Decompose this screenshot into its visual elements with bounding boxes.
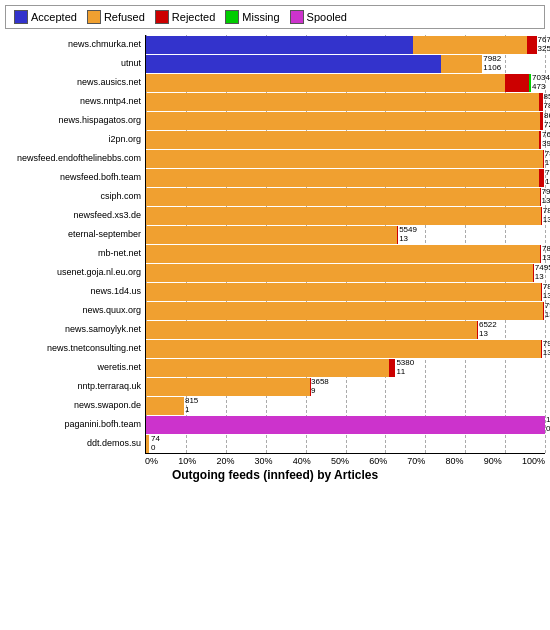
bar-track: 787813 (146, 283, 545, 301)
bar-track: 784813 (146, 207, 545, 225)
y-label: utnut (5, 54, 145, 73)
bar-segment-rejected (527, 36, 537, 54)
bar-segment-refused (146, 378, 310, 396)
legend-label: Accepted (31, 11, 77, 23)
bar-track: 7034473 (146, 74, 545, 92)
bar-segment-refused (146, 112, 540, 130)
bar-segment-refused (146, 245, 540, 263)
bar-value-label: 740 (150, 435, 160, 453)
bar-value-label: 798213 (542, 340, 550, 358)
bar-value-label: 749513 (534, 264, 550, 282)
legend-label: Spooled (307, 11, 347, 23)
bar-track: 797413 (146, 188, 545, 206)
bar-track: 106790 (146, 416, 545, 434)
bar-row: 798213 (146, 339, 545, 358)
bar-segment-refused (146, 226, 397, 244)
bar-row: 769339 (146, 130, 545, 149)
legend-color (290, 10, 304, 24)
bar-segment-refused (146, 302, 543, 320)
bar-segment-refused (146, 359, 389, 377)
bar-value-label: 793613 (544, 302, 550, 320)
y-label: newsfeed.endofthelinebbs.com (5, 149, 145, 168)
chart-container: AcceptedRefusedRejectedMissingSpooled ne… (0, 0, 550, 630)
bar-track: 79821106 (146, 55, 545, 73)
x-axis: 0%10%20%30%40%50%60%70%80%90%100% (145, 454, 545, 466)
y-label: paganini.bofh.team (5, 415, 145, 434)
bar-segment-refused (146, 207, 541, 225)
y-label: nntp.terraraq.uk (5, 377, 145, 396)
legend-label: Refused (104, 11, 145, 23)
bar-segment-accepted (146, 36, 413, 54)
bar-row: 776113 (146, 168, 545, 187)
bars-area: 7677325679821106703447385757886277276933… (145, 35, 545, 454)
bar-track: 76773256 (146, 36, 545, 54)
bar-segment-refused (146, 283, 541, 301)
bar-value-label: 79821106 (482, 55, 501, 73)
y-label: news.tnetconsulting.net (5, 339, 145, 358)
x-tick: 0% (145, 456, 158, 466)
y-label: news.1d4.us (5, 282, 145, 301)
legend-color (225, 10, 239, 24)
bar-segment-accepted (146, 74, 505, 92)
y-labels: news.chmurka.netutnutnews.ausics.netnews… (5, 35, 145, 454)
bar-value-label: 785513 (541, 245, 550, 263)
bar-row: 784813 (146, 206, 545, 225)
x-tick: 90% (484, 456, 502, 466)
legend-label: Rejected (172, 11, 215, 23)
bar-track: 782817 (146, 150, 545, 168)
bar-row: 787813 (146, 282, 545, 301)
bar-row: 857578 (146, 92, 545, 111)
bar-track: 554913 (146, 226, 545, 244)
bar-value-label: 862772 (543, 112, 550, 130)
bar-track: 857578 (146, 93, 545, 111)
bar-segment-refused (146, 131, 539, 149)
bar-row: 793613 (146, 301, 545, 320)
bar-row: 36589 (146, 377, 545, 396)
bar-segment-refused (146, 188, 540, 206)
legend-color (155, 10, 169, 24)
bar-track: 749513 (146, 264, 545, 282)
bar-value-label: 776113 (544, 169, 550, 187)
bar-value-label: 106790 (545, 416, 550, 434)
y-label: news.samoylyk.net (5, 320, 145, 339)
bar-segment-refused (441, 55, 482, 73)
x-tick: 60% (369, 456, 387, 466)
bar-row: 652213 (146, 320, 545, 339)
bar-track: 8151 (146, 397, 545, 415)
bar-track: 798213 (146, 340, 545, 358)
x-tick: 10% (178, 456, 196, 466)
y-label: news.hispagatos.org (5, 111, 145, 130)
bar-row: 785513 (146, 244, 545, 263)
legend-color (14, 10, 28, 24)
legend-item-spooled: Spooled (290, 10, 347, 24)
bar-segment-refused (146, 169, 539, 187)
bar-row: 7034473 (146, 73, 545, 92)
bar-value-label: 782817 (544, 150, 550, 168)
bar-value-label: 538011 (395, 359, 414, 377)
y-label: newsfeed.bofh.team (5, 168, 145, 187)
bar-row: 79821106 (146, 54, 545, 73)
legend-item-missing: Missing (225, 10, 279, 24)
legend-item-rejected: Rejected (155, 10, 215, 24)
bar-value-label: 76773256 (537, 36, 550, 54)
bar-row: 8151 (146, 396, 545, 415)
bar-segment-refused (146, 264, 533, 282)
bar-segment-spooled (146, 416, 545, 434)
y-label: usenet.goja.nl.eu.org (5, 263, 145, 282)
bar-value-label: 797413 (541, 188, 550, 206)
bar-value-label: 7034473 (531, 74, 550, 92)
chart-area: news.chmurka.netutnutnews.ausics.netnews… (5, 35, 545, 482)
bar-row: 76773256 (146, 35, 545, 54)
bar-segment-refused (146, 93, 539, 111)
legend: AcceptedRefusedRejectedMissingSpooled (5, 5, 545, 29)
x-tick: 80% (446, 456, 464, 466)
x-tick: 100% (522, 456, 545, 466)
x-tick: 70% (407, 456, 425, 466)
bar-segment-refused (413, 36, 526, 54)
bar-value-label: 36589 (310, 378, 329, 396)
bar-segment-refused (146, 150, 543, 168)
legend-color (87, 10, 101, 24)
y-label: mb-net.net (5, 244, 145, 263)
legend-item-accepted: Accepted (14, 10, 77, 24)
bar-value-label: 787813 (542, 283, 550, 301)
